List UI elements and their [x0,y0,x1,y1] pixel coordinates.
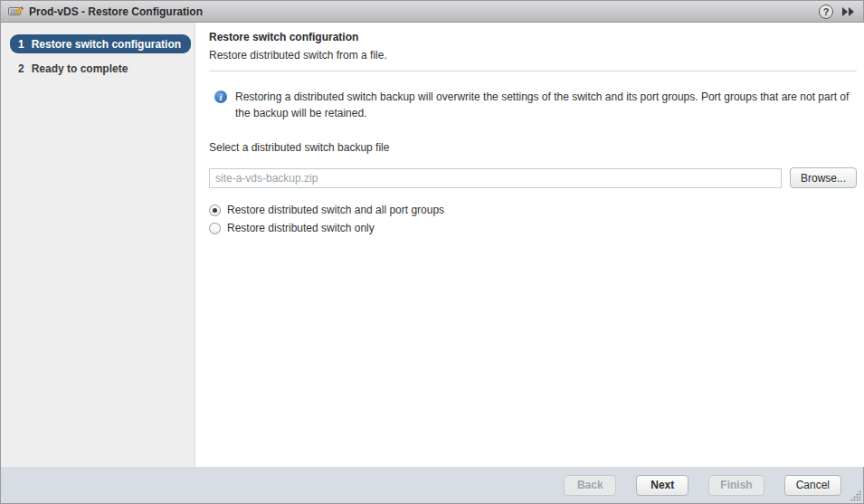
distributed-switch-edit-icon [8,5,24,18]
step-number: 2 [18,62,24,75]
dialog-footer: Back Next Finish Cancel [1,467,863,503]
heading-divider [209,71,857,71]
radio-restore-switch-and-port-groups[interactable]: Restore distributed switch and all port … [209,201,857,219]
wizard-steps-sidebar: 1 Restore switch configuration 2 Ready t… [1,23,195,467]
info-icon: i [214,90,227,103]
radio-restore-switch-only[interactable]: Restore distributed switch only [209,219,857,237]
backup-file-input[interactable] [209,168,782,188]
browse-button[interactable]: Browse... [790,167,857,188]
wizard-page-content: Restore switch configuration Restore dis… [195,23,864,467]
dialog-body: 1 Restore switch configuration 2 Ready t… [1,23,863,467]
collapse-to-taskbar-icon[interactable] [841,6,856,17]
step-number: 1 [18,38,24,51]
resize-grip[interactable] [850,490,861,501]
finish-button[interactable]: Finish [708,475,764,496]
backup-file-label: Select a distributed switch backup file [209,141,857,154]
step-ready-to-complete[interactable]: 2 Ready to complete [10,59,191,78]
info-banner: i Restoring a distributed switch backup … [209,89,857,121]
restore-mode-radio-group: Restore distributed switch and all port … [209,201,857,237]
radio-label: Restore distributed switch and all port … [227,204,444,216]
radio-button-icon[interactable] [209,204,221,216]
dialog-titlebar: Prod-vDS - Restore Configuration ? [1,1,863,23]
step-label: Ready to complete [32,62,128,75]
cancel-button[interactable]: Cancel [784,475,841,496]
help-icon[interactable]: ? [819,5,833,19]
radio-label: Restore distributed switch only [227,222,375,234]
back-button[interactable]: Back [564,475,616,496]
step-restore-switch-configuration[interactable]: 1 Restore switch configuration [10,34,191,53]
restore-configuration-dialog: Prod-vDS - Restore Configuration ? 1 Res… [0,0,864,504]
step-label: Restore switch configuration [32,38,181,51]
dialog-title: Prod-vDS - Restore Configuration [29,5,819,18]
radio-button-icon[interactable] [209,223,221,234]
page-subtitle: Restore distributed switch from a file. [209,49,857,62]
info-message: Restoring a distributed switch backup wi… [235,89,857,121]
next-button[interactable]: Next [636,475,688,496]
backup-file-row: Browse... [209,167,857,188]
page-title: Restore switch configuration [209,31,857,43]
